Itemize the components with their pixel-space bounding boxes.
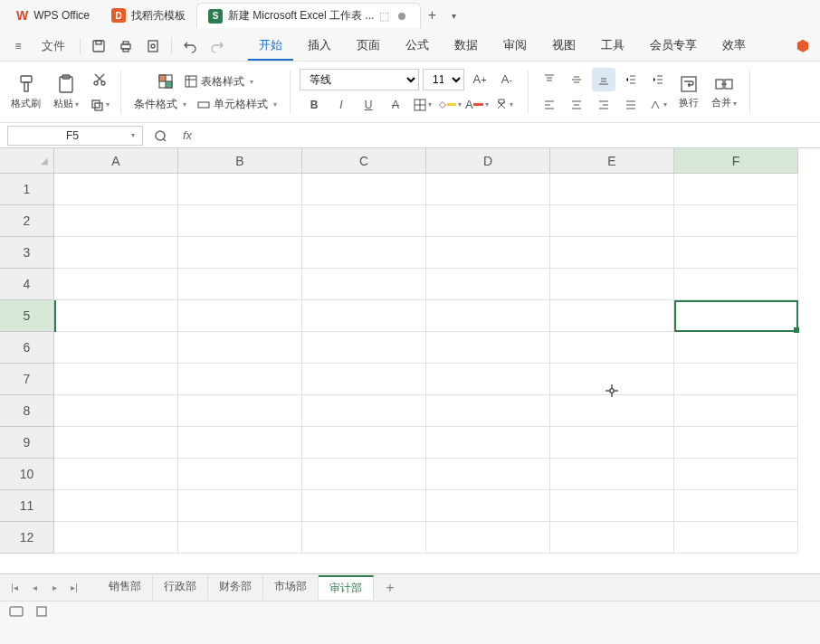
cell[interactable] (54, 174, 178, 205)
cell[interactable] (54, 205, 178, 237)
cell[interactable] (426, 300, 550, 332)
sheet-tab[interactable]: 审计部 (319, 575, 374, 600)
cell[interactable] (54, 522, 178, 554)
cell[interactable] (674, 300, 798, 332)
cell[interactable] (302, 300, 426, 332)
cell[interactable] (550, 300, 674, 332)
app-tab-document[interactable]: S 新建 Microsoft Excel 工作表 ... ⬚ (196, 3, 421, 28)
menu-tab-data[interactable]: 数据 (443, 32, 489, 61)
cell[interactable] (550, 395, 674, 427)
cell[interactable] (178, 300, 302, 332)
cell[interactable] (302, 332, 426, 364)
fx-button[interactable]: fx (177, 126, 197, 146)
font-color-button[interactable]: A▾ (465, 93, 489, 117)
cell[interactable] (426, 427, 550, 459)
cell[interactable] (426, 395, 550, 427)
menu-icon[interactable]: ≡ (5, 33, 31, 59)
font-shrink-button[interactable]: A- (495, 68, 519, 91)
menu-tab-member[interactable]: 会员专享 (639, 32, 708, 61)
row-header[interactable]: 7 (0, 364, 54, 395)
cells[interactable] (54, 174, 820, 573)
cell[interactable] (426, 269, 550, 300)
cell[interactable] (178, 522, 302, 554)
row-header[interactable]: 1 (0, 174, 54, 205)
cell[interactable] (302, 364, 426, 395)
sheet-tab[interactable]: 销售部 (98, 575, 153, 600)
cell[interactable] (426, 364, 550, 395)
cond-format-icon[interactable] (154, 70, 177, 93)
table-style-button[interactable]: 表格样式▾ (181, 72, 257, 91)
menu-tab-view[interactable]: 视图 (541, 32, 586, 61)
cell[interactable] (674, 427, 798, 459)
select-all-corner[interactable] (0, 148, 54, 174)
cell[interactable] (426, 174, 550, 205)
cell[interactable] (178, 205, 302, 237)
cell[interactable] (426, 205, 550, 237)
align-center-button[interactable] (565, 93, 588, 117)
sheet-tab[interactable]: 市场部 (263, 575, 319, 600)
cell[interactable] (302, 427, 426, 459)
status-more-icon[interactable] (33, 604, 51, 619)
name-box[interactable]: F5 ▾ (7, 126, 143, 146)
wrap-button[interactable]: 换行 (675, 72, 702, 111)
fill-color-button[interactable]: ▾ (438, 93, 462, 117)
file-menu-button[interactable]: 文件 (33, 33, 74, 59)
cell[interactable] (54, 459, 178, 490)
cut-button[interactable] (88, 68, 111, 91)
row-header[interactable]: 8 (0, 395, 54, 427)
cell[interactable] (550, 174, 674, 205)
cell[interactable] (674, 490, 798, 522)
cell[interactable] (550, 332, 674, 364)
cell[interactable] (178, 459, 302, 490)
column-header[interactable]: A (54, 148, 178, 174)
menu-tab-tools[interactable]: 工具 (590, 32, 635, 61)
menu-tab-formula[interactable]: 公式 (395, 32, 440, 61)
redo-button[interactable] (205, 33, 230, 59)
cell[interactable] (54, 332, 178, 364)
align-middle-button[interactable] (565, 68, 588, 91)
row-header[interactable]: 9 (0, 427, 54, 459)
cell[interactable] (550, 205, 674, 237)
cell[interactable] (178, 490, 302, 522)
column-header[interactable]: E (550, 148, 674, 174)
clear-format-button[interactable]: ▾ (492, 93, 516, 117)
cell[interactable] (302, 174, 426, 205)
menu-tab-page[interactable]: 页面 (346, 32, 391, 61)
row-header[interactable]: 2 (0, 205, 54, 237)
cell[interactable] (302, 459, 426, 490)
align-right-button[interactable] (592, 93, 615, 117)
cell[interactable] (302, 522, 426, 554)
sheet-tab[interactable]: 财务部 (208, 575, 263, 600)
cell[interactable] (178, 427, 302, 459)
align-left-button[interactable] (538, 93, 561, 117)
cell[interactable] (178, 237, 302, 269)
cell[interactable] (426, 522, 550, 554)
cell[interactable] (426, 332, 550, 364)
cell[interactable] (550, 522, 674, 554)
cell[interactable] (674, 332, 798, 364)
row-header[interactable]: 11 (0, 490, 54, 522)
cell[interactable] (674, 459, 798, 490)
menu-tab-efficiency[interactable]: 效率 (711, 32, 757, 61)
cell[interactable] (302, 490, 426, 522)
cell[interactable] (178, 269, 302, 300)
cell[interactable] (302, 237, 426, 269)
cell[interactable] (178, 364, 302, 395)
cell[interactable] (426, 490, 550, 522)
column-header[interactable]: B (178, 148, 302, 174)
row-header[interactable]: 4 (0, 269, 54, 300)
menu-tab-review[interactable]: 审阅 (492, 32, 538, 61)
row-header[interactable]: 10 (0, 459, 54, 490)
save-button[interactable] (86, 33, 111, 59)
bold-button[interactable]: B (302, 93, 326, 117)
cell[interactable] (550, 269, 674, 300)
keyboard-icon[interactable] (7, 604, 25, 619)
cell[interactable] (674, 364, 798, 395)
cell[interactable] (426, 459, 550, 490)
app-tab-docer[interactable]: D 找稻壳模板 (100, 3, 196, 28)
sheet-next-button[interactable]: ▸ (45, 579, 63, 597)
cell[interactable] (54, 395, 178, 427)
cell[interactable] (54, 490, 178, 522)
merge-button[interactable]: 合并▾ (708, 72, 740, 111)
cell[interactable] (550, 427, 674, 459)
